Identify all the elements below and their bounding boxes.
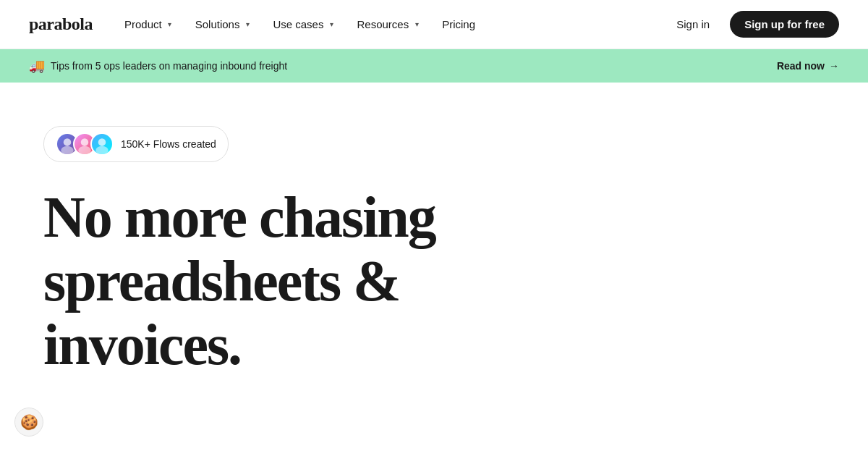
nav-item-resources[interactable]: Resources ▾ xyxy=(348,12,430,36)
cookie-icon: 🍪 xyxy=(20,413,38,431)
banner-text: Tips from 5 ops leaders on managing inbo… xyxy=(51,60,287,72)
banner-cta[interactable]: Read now → xyxy=(777,60,839,72)
svg-point-5 xyxy=(95,146,109,155)
avatar xyxy=(90,132,114,156)
nav-item-usecases[interactable]: Use cases ▾ xyxy=(264,12,345,36)
announcement-banner[interactable]: 🚚 Tips from 5 ops leaders on managing in… xyxy=(0,49,868,83)
cookie-consent-button[interactable]: 🍪 xyxy=(14,408,43,437)
headline-line-1: No more chasing xyxy=(43,185,435,249)
headline-line-2: spreadsheets & xyxy=(43,249,400,313)
banner-emoji: 🚚 xyxy=(29,58,45,74)
nav-product-label: Product xyxy=(124,18,162,30)
avatar-group xyxy=(56,132,114,156)
nav-resources-label: Resources xyxy=(357,18,409,30)
nav-usecases-label: Use cases xyxy=(273,18,323,30)
chevron-down-icon: ▾ xyxy=(326,20,336,30)
svg-point-3 xyxy=(78,146,91,155)
svg-point-1 xyxy=(61,146,74,155)
nav-links: Product ▾ Solutions ▾ Use cases ▾ Resour… xyxy=(116,12,484,36)
arrow-icon: → xyxy=(829,60,839,72)
chevron-down-icon: ▾ xyxy=(242,20,252,30)
navbar-right: Sign in Sign up for free xyxy=(665,11,839,38)
nav-pricing-label: Pricing xyxy=(442,18,475,30)
banner-left: 🚚 Tips from 5 ops leaders on managing in… xyxy=(29,58,287,74)
logo[interactable]: parabola xyxy=(29,14,93,34)
headline-line-3: invoices. xyxy=(43,313,241,376)
nav-item-solutions[interactable]: Solutions ▾ xyxy=(187,12,262,36)
chevron-down-icon: ▾ xyxy=(165,20,175,30)
navbar-left: parabola Product ▾ Solutions ▾ Use cases… xyxy=(29,12,484,36)
social-proof-badge: 150K+ Flows created xyxy=(43,126,229,162)
signup-button[interactable]: Sign up for free xyxy=(730,11,839,38)
svg-point-2 xyxy=(81,138,89,146)
banner-cta-label: Read now xyxy=(777,60,825,72)
svg-point-4 xyxy=(98,138,106,146)
nav-item-product[interactable]: Product ▾ xyxy=(116,12,184,36)
nav-solutions-label: Solutions xyxy=(195,18,240,30)
chevron-down-icon: ▾ xyxy=(412,20,422,30)
navbar: parabola Product ▾ Solutions ▾ Use cases… xyxy=(0,0,868,49)
sign-in-button[interactable]: Sign in xyxy=(665,12,721,36)
nav-item-pricing[interactable]: Pricing xyxy=(433,12,484,36)
svg-point-0 xyxy=(64,138,72,146)
hero-headline: No more chasing spreadsheets & invoices. xyxy=(43,185,477,376)
social-proof-text: 150K+ Flows created xyxy=(121,138,216,150)
hero-section: 150K+ Flows created No more chasing spre… xyxy=(0,83,868,376)
